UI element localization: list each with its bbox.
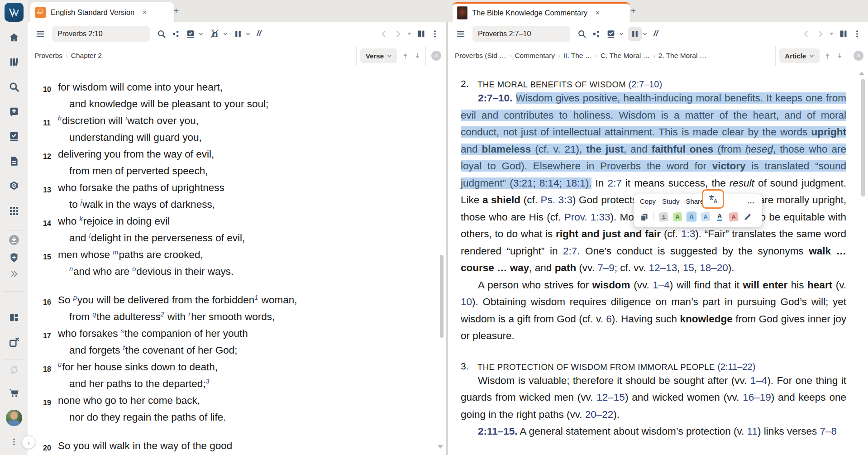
verse-number[interactable]: 20 — [43, 437, 58, 455]
previous-article-up-icon[interactable] — [401, 52, 410, 60]
scripture-link[interactable]: 15 — [683, 262, 694, 273]
library-icon[interactable] — [0, 53, 28, 71]
translate-button[interactable]: A — [702, 189, 724, 209]
highlight-blue-active-icon[interactable]: A — [686, 211, 697, 222]
label-person-icon[interactable] — [658, 211, 669, 222]
verse-range-lead[interactable]: 2:11–15. — [478, 426, 518, 437]
verse-number[interactable]: 10 — [43, 79, 58, 112]
scripture-link[interactable]: 10 — [461, 296, 472, 307]
more-options-icon[interactable]: ⋯ — [747, 198, 755, 207]
documents-icon[interactable] — [0, 152, 28, 170]
notes-book-icon[interactable] — [0, 127, 28, 145]
multipane-icon-active[interactable] — [628, 27, 642, 41]
multipane-dropdown-chevron-icon[interactable] — [643, 32, 647, 36]
parallel-resources-icon[interactable]: // — [255, 29, 263, 38]
original-language-dropdown-chevron-icon[interactable] — [223, 32, 228, 36]
footnote-marker[interactable]: r — [188, 311, 191, 318]
footnote-marker[interactable]: k — [80, 215, 83, 222]
back-icon[interactable] — [380, 29, 389, 38]
close-locator-icon[interactable]: ✕ — [431, 51, 441, 61]
verse-range-lead[interactable]: 2:7–10. — [478, 92, 512, 104]
notes-book-icon[interactable] — [604, 27, 618, 41]
close-all-panels-icon[interactable] — [0, 333, 28, 351]
notes-dropdown-chevron-icon[interactable] — [619, 32, 624, 36]
sidebar-expand-handle[interactable]: › — [22, 436, 35, 449]
scripture-link[interactable]: 7–9 — [597, 262, 615, 273]
kebab-menu-icon[interactable] — [853, 29, 862, 38]
breadcrumb-item[interactable]: 2. The Moral … — [658, 52, 707, 60]
parallel-resources-icon[interactable]: // — [652, 29, 660, 38]
search-icon[interactable] — [575, 27, 589, 41]
breadcrumb-item[interactable]: Proverbs (Sid … — [455, 52, 506, 60]
verse-of-day-shield-icon[interactable] — [0, 249, 28, 267]
multipane-icon[interactable] — [231, 27, 245, 41]
back-icon[interactable] — [802, 29, 811, 38]
next-article-down-icon[interactable] — [413, 52, 422, 60]
scripture-link[interactable]: 20–22 — [585, 409, 614, 420]
footnote-marker[interactable]: s — [121, 327, 124, 335]
footnote-marker[interactable]: i — [125, 115, 127, 122]
footnote-marker[interactable]: o — [132, 265, 136, 273]
popup-share-button[interactable]: Share — [686, 197, 704, 205]
scripture-link[interactable]: Ps. 3:3 — [541, 194, 572, 206]
scripture-link[interactable]: 3:21; 8:14; 18:1 — [513, 177, 586, 189]
footnote-marker[interactable]: 1 — [254, 294, 258, 301]
scroll-down-icon[interactable] — [438, 445, 443, 449]
layouts-icon[interactable] — [0, 308, 28, 326]
scripture-link[interactable]: 6 — [606, 313, 612, 325]
verse-number[interactable]: 15 — [43, 246, 58, 280]
home-icon[interactable] — [0, 29, 28, 47]
verse-number[interactable]: 16 — [43, 292, 58, 325]
panel-menu-hamburger-icon[interactable] — [453, 27, 468, 41]
footnote-marker[interactable]: j — [81, 198, 82, 206]
scroll-up-icon[interactable] — [859, 72, 864, 75]
hide-original-language-icon[interactable]: Ωℵ — [207, 26, 222, 42]
visual-filters-icon[interactable] — [589, 27, 604, 41]
verse-number[interactable]: 17 — [43, 325, 58, 359]
footnote-marker[interactable]: h — [58, 115, 62, 122]
account-avatar[interactable] — [0, 409, 28, 427]
scripture-link[interactable]: 12–13 — [649, 262, 677, 273]
notes-dropdown-chevron-icon[interactable] — [199, 32, 203, 36]
verse-number[interactable]: 14 — [43, 213, 58, 246]
history-dropdown-icon[interactable] — [829, 31, 834, 36]
reference-input[interactable]: Proverbs 2:7–10 — [472, 26, 570, 42]
verse-number[interactable]: 19 — [43, 392, 58, 426]
tab-close-icon[interactable]: ✕ — [141, 8, 148, 17]
new-tab-button[interactable]: + — [173, 6, 179, 15]
panel-divider[interactable] — [446, 22, 448, 455]
scripture-link[interactable]: (2:7–10) — [629, 79, 663, 89]
breadcrumb-item[interactable]: Commentary — [515, 52, 555, 60]
reference-input[interactable]: Proverbs 2:10 — [52, 26, 150, 42]
sync-icon[interactable] — [0, 361, 28, 379]
scripture-link[interactable]: 2:7 — [563, 245, 577, 257]
granularity-dropdown[interactable]: Article — [779, 48, 820, 63]
cart-icon[interactable] — [0, 384, 28, 402]
underline-blue-icon[interactable]: A — [714, 211, 725, 222]
scripture-link[interactable]: (2:11–22) — [717, 362, 755, 372]
footnote-marker[interactable]: q — [92, 311, 96, 318]
scripture-link[interactable]: 18–20 — [700, 262, 728, 273]
logos-logo-icon[interactable] — [5, 3, 24, 22]
highlight-pink-icon[interactable]: A — [728, 211, 739, 222]
scripture-link[interactable]: 12–15 — [596, 392, 625, 403]
highlight-sky-icon[interactable]: A — [700, 211, 711, 222]
breadcrumb-book[interactable]: Proverbs — [34, 52, 62, 60]
visual-filters-icon[interactable] — [169, 27, 183, 41]
split-pane-icon[interactable] — [839, 29, 848, 38]
notes-book-icon[interactable] — [183, 27, 198, 41]
footnote-marker[interactable]: 2 — [161, 311, 164, 318]
tab-close-icon[interactable]: ✕ — [594, 8, 601, 18]
search-icon[interactable] — [0, 78, 28, 96]
scripture-link[interactable]: 2:7 — [607, 177, 621, 189]
verse-number[interactable]: 18 — [43, 359, 58, 392]
expand-chevrons-icon[interactable] — [0, 265, 28, 283]
scripture-link[interactable]: 1:3 — [681, 228, 695, 239]
kebab-menu-icon[interactable] — [430, 29, 439, 38]
panel-menu-hamburger-icon[interactable] — [33, 27, 48, 41]
downloads-icon[interactable] — [0, 231, 28, 249]
left-scrollbar-thumb[interactable] — [440, 255, 444, 338]
breadcrumb-item[interactable]: C. The Moral … — [601, 52, 650, 60]
scripture-link[interactable]: Prov. 1:33 — [564, 211, 610, 223]
granularity-dropdown[interactable]: Verse — [360, 48, 397, 63]
